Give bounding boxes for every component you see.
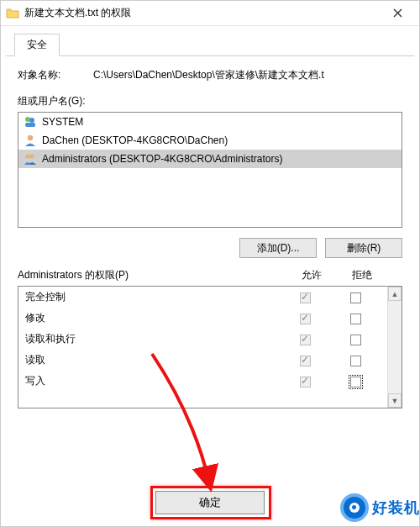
- permissions-header: Administrators 的权限(P) 允许 拒绝: [18, 268, 402, 282]
- svg-point-0: [25, 117, 30, 122]
- list-item-label: SYSTEM: [42, 116, 83, 128]
- object-name-row: 对象名称: C:\Users\DaChen\Desktop\管家速修\新建文本文…: [18, 68, 402, 82]
- permissions-dialog: 新建文本文档.txt 的权限 安全 对象名称: C:\Users\DaChen\…: [0, 0, 420, 527]
- permissions-header-name: Administrators 的权限(P): [18, 268, 286, 282]
- window-title: 新建文本文档.txt 的权限: [24, 6, 381, 20]
- allow-checkbox[interactable]: [300, 377, 311, 387]
- scroll-down-icon[interactable]: ▼: [388, 393, 402, 408]
- deny-checkbox[interactable]: [350, 335, 361, 345]
- tab-strip: 安全: [6, 26, 414, 56]
- deny-checkbox[interactable]: [350, 377, 361, 387]
- permission-name: 读取: [25, 353, 280, 367]
- scroll-track[interactable]: [388, 301, 402, 393]
- permission-name: 写入: [25, 374, 280, 388]
- permissions-table: 完全控制修改读取和执行读取写入 ▲ ▼: [18, 286, 402, 408]
- deny-checkbox[interactable]: [350, 292, 361, 303]
- permissions-rows: 完全控制修改读取和执行读取写入: [18, 287, 387, 408]
- allow-checkbox[interactable]: [300, 314, 311, 324]
- deny-checkbox[interactable]: [350, 314, 361, 324]
- group-buttons-row: 添加(D)... 删除(R): [18, 238, 402, 258]
- permission-row: 修改: [18, 308, 387, 329]
- list-item-label: Administrators (DESKTOP-4KG8CRO\Administ…: [42, 153, 283, 165]
- permissions-scrollbar[interactable]: ▲ ▼: [387, 287, 402, 408]
- close-button[interactable]: [381, 2, 414, 25]
- svg-point-1: [29, 118, 34, 123]
- permission-row: 完全控制: [18, 287, 387, 308]
- list-item[interactable]: DaChen (DESKTOP-4KG8CRO\DaChen): [18, 131, 402, 150]
- user-icon: [24, 134, 37, 147]
- allow-checkbox[interactable]: [300, 335, 311, 345]
- user-icon: [24, 152, 37, 166]
- svg-point-4: [25, 154, 29, 158]
- add-button[interactable]: 添加(D)...: [239, 238, 317, 258]
- permission-name: 读取和执行: [25, 332, 280, 346]
- permissions-header-deny: 拒绝: [337, 268, 387, 282]
- permission-row: 读取: [18, 350, 387, 371]
- groups-label: 组或用户名(G):: [18, 94, 402, 108]
- tab-label: 安全: [27, 39, 47, 50]
- content-area: 对象名称: C:\Users\DaChen\Desktop\管家速修\新建文本文…: [1, 56, 419, 467]
- list-item[interactable]: SYSTEM: [18, 113, 402, 131]
- object-name-label: 对象名称:: [18, 68, 93, 82]
- groups-listbox[interactable]: SYSTEMDaChen (DESKTOP-4KG8CRO\DaChen)Adm…: [18, 112, 402, 228]
- permissions-header-allow: 允许: [286, 268, 337, 282]
- list-item-label: DaChen (DESKTOP-4KG8CRO\DaChen): [42, 134, 228, 146]
- footer: 确定: [1, 467, 419, 526]
- titlebar: 新建文本文档.txt 的权限: [1, 1, 419, 26]
- allow-checkbox[interactable]: [300, 292, 311, 303]
- folder-icon: [6, 7, 19, 20]
- object-name-value: C:\Users\DaChen\Desktop\管家速修\新建文本文档.t: [93, 68, 402, 82]
- svg-rect-2: [25, 123, 35, 127]
- list-item[interactable]: Administrators (DESKTOP-4KG8CRO\Administ…: [18, 150, 402, 168]
- svg-point-3: [28, 135, 33, 140]
- allow-checkbox[interactable]: [300, 356, 311, 366]
- user-icon: [24, 115, 37, 129]
- ok-button[interactable]: 确定: [155, 491, 265, 514]
- remove-button[interactable]: 删除(R): [325, 238, 402, 258]
- permission-row: 写入: [18, 371, 387, 392]
- scroll-up-icon[interactable]: ▲: [388, 287, 402, 301]
- deny-checkbox[interactable]: [350, 356, 361, 366]
- tab-security[interactable]: 安全: [14, 34, 60, 56]
- permission-name: 完全控制: [25, 290, 280, 304]
- svg-point-5: [29, 154, 34, 158]
- permission-row: 读取和执行: [18, 329, 387, 350]
- permission-name: 修改: [25, 311, 280, 325]
